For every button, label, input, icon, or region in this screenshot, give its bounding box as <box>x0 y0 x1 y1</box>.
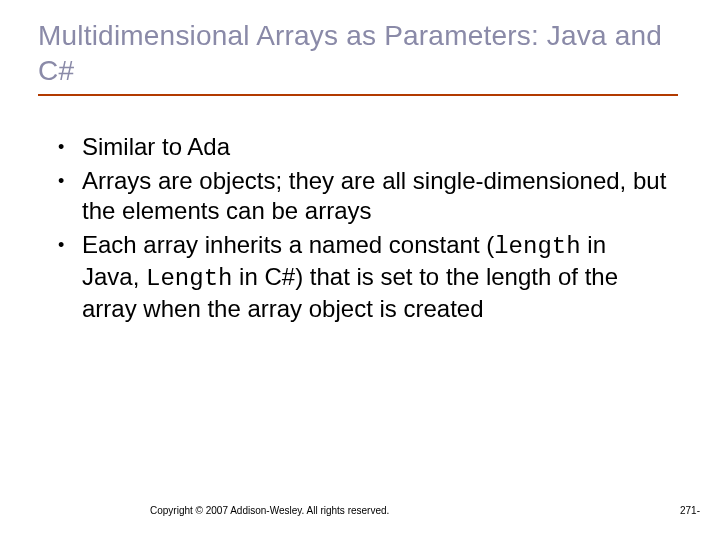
bullet-text: Each array inherits a named constant ( <box>82 231 494 258</box>
code-text: length <box>494 233 580 260</box>
bullet-text: Similar to Ada <box>82 133 230 160</box>
footer-copyright: Copyright © 2007 Addison-Wesley. All rig… <box>150 505 389 516</box>
slide-title: Multidimensional Arrays as Parameters: J… <box>38 18 678 94</box>
bullet-list: Similar to Ada Arrays are objects; they … <box>52 132 668 324</box>
title-block: Multidimensional Arrays as Parameters: J… <box>38 18 678 96</box>
title-rule <box>38 94 678 96</box>
slide-body: Similar to Ada Arrays are objects; they … <box>52 132 668 328</box>
footer-page-number: 271- <box>680 505 700 516</box>
code-text: Length <box>146 265 232 292</box>
slide: Multidimensional Arrays as Parameters: J… <box>0 0 720 540</box>
list-item: Each array inherits a named constant (le… <box>52 230 668 324</box>
list-item: Arrays are objects; they are all single-… <box>52 166 668 226</box>
bullet-text: Arrays are objects; they are all single-… <box>82 167 666 224</box>
list-item: Similar to Ada <box>52 132 668 162</box>
